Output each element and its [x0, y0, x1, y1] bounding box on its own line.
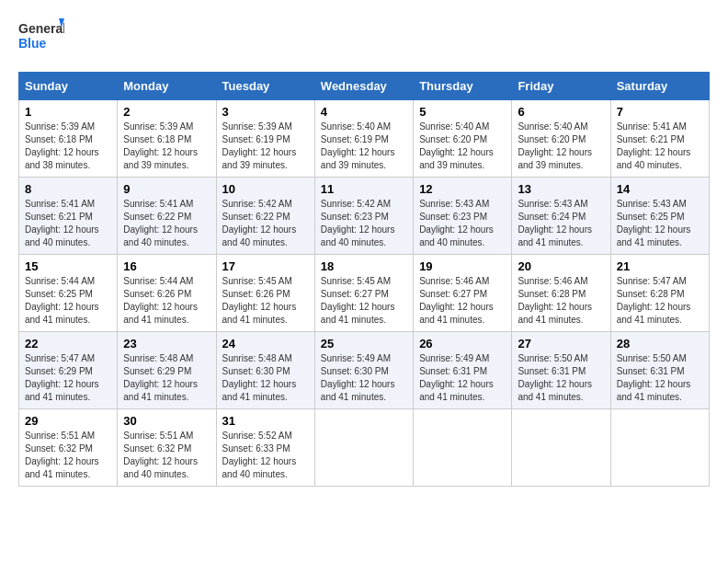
day-number: 30: [123, 414, 210, 428]
day-number: 31: [222, 414, 309, 428]
day-number: 23: [123, 337, 210, 350]
day-cell-1: 1 Sunrise: 5:39 AM Sunset: 6:18 PM Dayli…: [19, 100, 118, 178]
day-info: Sunrise: 5:44 AM Sunset: 6:25 PM Dayligh…: [25, 275, 111, 327]
column-header-thursday: Thursday: [414, 73, 512, 100]
day-info: Sunrise: 5:40 AM Sunset: 6:20 PM Dayligh…: [518, 121, 604, 172]
calendar-header: SundayMondayTuesdayWednesdayThursdayFrid…: [19, 73, 710, 100]
day-info: Sunrise: 5:39 AM Sunset: 6:18 PM Dayligh…: [123, 121, 210, 172]
day-number: 10: [222, 182, 309, 196]
day-info: Sunrise: 5:47 AM Sunset: 6:29 PM Dayligh…: [25, 352, 111, 404]
day-cell-13: 13 Sunrise: 5:43 AM Sunset: 6:24 PM Dayl…: [512, 178, 610, 255]
day-cell-5: 5 Sunrise: 5:40 AM Sunset: 6:20 PM Dayli…: [414, 100, 512, 178]
day-info: Sunrise: 5:43 AM Sunset: 6:23 PM Dayligh…: [419, 198, 506, 249]
day-cell-4: 4 Sunrise: 5:40 AM Sunset: 6:19 PM Dayli…: [314, 100, 413, 178]
day-number: 20: [518, 259, 604, 273]
day-info: Sunrise: 5:41 AM Sunset: 6:21 PM Dayligh…: [25, 198, 111, 249]
empty-cell: [314, 409, 413, 487]
empty-cell: [414, 409, 512, 487]
logo: General Blue: [18, 18, 64, 57]
day-number: 8: [25, 182, 111, 196]
day-info: Sunrise: 5:43 AM Sunset: 6:25 PM Dayligh…: [617, 198, 703, 249]
week-row-4: 22 Sunrise: 5:47 AM Sunset: 6:29 PM Dayl…: [19, 332, 710, 409]
day-number: 27: [518, 337, 604, 350]
day-number: 26: [419, 337, 506, 350]
day-info: Sunrise: 5:41 AM Sunset: 6:22 PM Dayligh…: [123, 198, 210, 249]
day-cell-6: 6 Sunrise: 5:40 AM Sunset: 6:20 PM Dayli…: [512, 100, 610, 178]
column-header-friday: Friday: [512, 73, 610, 100]
empty-cell: [512, 409, 610, 487]
day-info: Sunrise: 5:45 AM Sunset: 6:26 PM Dayligh…: [222, 275, 309, 327]
day-cell-15: 15 Sunrise: 5:44 AM Sunset: 6:25 PM Dayl…: [19, 255, 118, 332]
day-info: Sunrise: 5:40 AM Sunset: 6:20 PM Dayligh…: [419, 121, 506, 172]
day-cell-28: 28 Sunrise: 5:50 AM Sunset: 6:31 PM Dayl…: [610, 332, 709, 409]
week-row-5: 29 Sunrise: 5:51 AM Sunset: 6:32 PM Dayl…: [19, 409, 710, 487]
day-cell-18: 18 Sunrise: 5:45 AM Sunset: 6:27 PM Dayl…: [314, 255, 413, 332]
day-number: 9: [123, 182, 210, 196]
day-cell-30: 30 Sunrise: 5:51 AM Sunset: 6:32 PM Dayl…: [118, 409, 216, 487]
day-number: 6: [518, 105, 604, 119]
day-info: Sunrise: 5:42 AM Sunset: 6:23 PM Dayligh…: [321, 198, 407, 249]
day-info: Sunrise: 5:50 AM Sunset: 6:31 PM Dayligh…: [518, 352, 604, 404]
day-cell-20: 20 Sunrise: 5:46 AM Sunset: 6:28 PM Dayl…: [512, 255, 610, 332]
day-info: Sunrise: 5:43 AM Sunset: 6:24 PM Dayligh…: [518, 198, 604, 249]
day-number: 15: [25, 259, 111, 273]
day-cell-17: 17 Sunrise: 5:45 AM Sunset: 6:26 PM Dayl…: [216, 255, 314, 332]
day-number: 16: [123, 259, 210, 273]
day-info: Sunrise: 5:52 AM Sunset: 6:33 PM Dayligh…: [222, 430, 309, 481]
day-cell-24: 24 Sunrise: 5:48 AM Sunset: 6:30 PM Dayl…: [216, 332, 314, 409]
svg-text:General: General: [18, 21, 64, 36]
svg-text:Blue: Blue: [18, 36, 47, 51]
day-number: 28: [617, 337, 703, 350]
day-cell-8: 8 Sunrise: 5:41 AM Sunset: 6:21 PM Dayli…: [19, 178, 118, 255]
week-row-1: 1 Sunrise: 5:39 AM Sunset: 6:18 PM Dayli…: [19, 100, 710, 178]
day-number: 14: [617, 182, 703, 196]
day-cell-19: 19 Sunrise: 5:46 AM Sunset: 6:27 PM Dayl…: [414, 255, 512, 332]
day-info: Sunrise: 5:49 AM Sunset: 6:30 PM Dayligh…: [321, 352, 407, 404]
calendar-body: 1 Sunrise: 5:39 AM Sunset: 6:18 PM Dayli…: [19, 100, 710, 487]
day-info: Sunrise: 5:41 AM Sunset: 6:21 PM Dayligh…: [617, 121, 703, 172]
day-info: Sunrise: 5:46 AM Sunset: 6:27 PM Dayligh…: [419, 275, 506, 327]
day-number: 3: [222, 105, 309, 119]
day-number: 12: [419, 182, 506, 196]
day-info: Sunrise: 5:40 AM Sunset: 6:19 PM Dayligh…: [321, 121, 407, 172]
day-info: Sunrise: 5:48 AM Sunset: 6:30 PM Dayligh…: [222, 352, 309, 404]
week-row-3: 15 Sunrise: 5:44 AM Sunset: 6:25 PM Dayl…: [19, 255, 710, 332]
day-number: 22: [25, 337, 111, 350]
day-cell-7: 7 Sunrise: 5:41 AM Sunset: 6:21 PM Dayli…: [610, 100, 709, 178]
column-header-wednesday: Wednesday: [314, 73, 413, 100]
day-cell-31: 31 Sunrise: 5:52 AM Sunset: 6:33 PM Dayl…: [216, 409, 314, 487]
day-number: 2: [123, 105, 210, 119]
day-number: 1: [25, 105, 111, 119]
day-info: Sunrise: 5:39 AM Sunset: 6:19 PM Dayligh…: [222, 121, 309, 172]
calendar-table: SundayMondayTuesdayWednesdayThursdayFrid…: [18, 72, 710, 487]
day-cell-21: 21 Sunrise: 5:47 AM Sunset: 6:28 PM Dayl…: [610, 255, 709, 332]
day-cell-3: 3 Sunrise: 5:39 AM Sunset: 6:19 PM Dayli…: [216, 100, 314, 178]
day-number: 4: [321, 105, 407, 119]
empty-cell: [610, 409, 709, 487]
day-info: Sunrise: 5:46 AM Sunset: 6:28 PM Dayligh…: [518, 275, 604, 327]
day-number: 5: [419, 105, 506, 119]
day-info: Sunrise: 5:47 AM Sunset: 6:28 PM Dayligh…: [617, 275, 703, 327]
day-number: 13: [518, 182, 604, 196]
day-cell-16: 16 Sunrise: 5:44 AM Sunset: 6:26 PM Dayl…: [118, 255, 216, 332]
day-cell-9: 9 Sunrise: 5:41 AM Sunset: 6:22 PM Dayli…: [118, 178, 216, 255]
day-info: Sunrise: 5:51 AM Sunset: 6:32 PM Dayligh…: [25, 430, 111, 481]
day-number: 7: [617, 105, 703, 119]
day-info: Sunrise: 5:45 AM Sunset: 6:27 PM Dayligh…: [321, 275, 407, 327]
day-number: 17: [222, 259, 309, 273]
day-number: 24: [222, 337, 309, 350]
day-cell-22: 22 Sunrise: 5:47 AM Sunset: 6:29 PM Dayl…: [19, 332, 118, 409]
day-info: Sunrise: 5:39 AM Sunset: 6:18 PM Dayligh…: [25, 121, 111, 172]
day-info: Sunrise: 5:51 AM Sunset: 6:32 PM Dayligh…: [123, 430, 210, 481]
day-cell-27: 27 Sunrise: 5:50 AM Sunset: 6:31 PM Dayl…: [512, 332, 610, 409]
day-number: 11: [321, 182, 407, 196]
column-header-tuesday: Tuesday: [216, 73, 314, 100]
day-info: Sunrise: 5:49 AM Sunset: 6:31 PM Dayligh…: [419, 352, 506, 404]
day-cell-2: 2 Sunrise: 5:39 AM Sunset: 6:18 PM Dayli…: [118, 100, 216, 178]
header-row: SundayMondayTuesdayWednesdayThursdayFrid…: [19, 73, 710, 100]
column-header-saturday: Saturday: [610, 73, 709, 100]
day-cell-23: 23 Sunrise: 5:48 AM Sunset: 6:29 PM Dayl…: [118, 332, 216, 409]
week-row-2: 8 Sunrise: 5:41 AM Sunset: 6:21 PM Dayli…: [19, 178, 710, 255]
page-header: General Blue: [18, 18, 710, 57]
day-number: 19: [419, 259, 506, 273]
